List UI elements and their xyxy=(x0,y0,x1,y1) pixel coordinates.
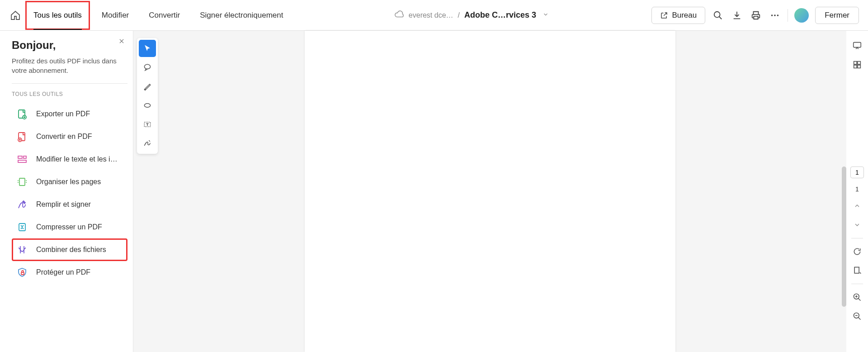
cloud-icon xyxy=(394,10,404,21)
rightbar-divider xyxy=(851,284,863,284)
tool-label: Protéger un PDF xyxy=(36,268,90,276)
highlight-tool[interactable] xyxy=(139,78,156,95)
page-up-button[interactable] xyxy=(851,200,863,212)
svg-rect-8 xyxy=(18,156,22,158)
combine-files-icon xyxy=(16,244,28,256)
fit-page-button[interactable] xyxy=(851,265,863,276)
tab-convert[interactable]: Convertir xyxy=(141,1,188,30)
tool-export-pdf[interactable]: Exporter un PDF xyxy=(12,103,127,125)
vertical-divider xyxy=(788,9,788,22)
svg-point-14 xyxy=(144,64,150,69)
compress-pdf-icon xyxy=(16,221,28,233)
floating-toolbar xyxy=(137,38,158,154)
desktop-open-label: Bureau xyxy=(672,11,697,20)
sign-tool[interactable] xyxy=(139,135,156,152)
thumbnails-panel-button[interactable] xyxy=(851,59,863,71)
tool-label: Organiser les pages xyxy=(36,178,101,186)
protect-pdf-icon xyxy=(16,266,28,278)
greeting-title: Bonjour, xyxy=(12,39,127,52)
grid-icon xyxy=(852,60,862,70)
svg-point-3 xyxy=(777,14,779,16)
tools-sidebar: Bonjour, Profitez des outils PDF inclus … xyxy=(0,31,133,352)
comments-panel-button[interactable] xyxy=(851,40,863,52)
chevron-up-icon xyxy=(854,202,861,209)
edit-text-icon xyxy=(16,153,28,165)
export-pdf-icon xyxy=(16,108,28,120)
topbar-left-group: Tous les outils Modifier Convertir Signe… xyxy=(9,1,292,30)
print-button[interactable] xyxy=(750,9,762,22)
profile-avatar[interactable] xyxy=(794,8,809,23)
home-button[interactable] xyxy=(9,9,22,22)
top-toolbar: Tous les outils Modifier Convertir Signe… xyxy=(0,0,868,31)
tool-edit-text-images[interactable]: Modifier le texte et les im… xyxy=(12,148,127,171)
close-button[interactable]: Fermer xyxy=(815,7,859,24)
rotate-icon xyxy=(853,247,862,256)
zoom-out-button[interactable] xyxy=(851,310,863,322)
greeting-subtitle: Profitez des outils PDF inclus dans votr… xyxy=(12,56,127,75)
select-tool[interactable] xyxy=(139,40,156,57)
comment-tool[interactable] xyxy=(139,59,156,76)
cursor-icon xyxy=(143,44,152,53)
close-icon xyxy=(118,38,125,44)
svg-rect-17 xyxy=(854,43,861,48)
tool-label: Convertir en PDF xyxy=(36,133,92,141)
svg-rect-9 xyxy=(18,160,26,162)
current-page-indicator[interactable]: 1 xyxy=(850,166,864,178)
tool-compress-pdf[interactable]: Compresser un PDF xyxy=(12,216,127,238)
draw-tool[interactable] xyxy=(139,97,156,114)
comment-icon xyxy=(143,63,152,72)
text-box-tool[interactable] xyxy=(139,116,156,133)
tool-convert-pdf[interactable]: Convertir en PDF xyxy=(12,125,127,148)
svg-point-1 xyxy=(771,14,773,16)
page-down-button[interactable] xyxy=(851,219,863,231)
textbox-icon xyxy=(143,120,152,129)
organize-pages-icon xyxy=(16,176,28,188)
tool-label: Compresser un PDF xyxy=(36,223,102,231)
svg-point-0 xyxy=(714,11,720,17)
main-area: Bonjour, Profitez des outils PDF inclus … xyxy=(0,31,868,352)
svg-rect-21 xyxy=(858,65,860,68)
svg-rect-22 xyxy=(854,267,859,273)
svg-rect-11 xyxy=(19,178,25,186)
title-dropdown-chevron[interactable] xyxy=(542,11,549,19)
home-icon xyxy=(10,10,21,21)
tool-fill-sign[interactable]: Remplir et signer xyxy=(12,193,127,216)
tools-section-label: TOUS LES OUTILS xyxy=(12,91,127,97)
right-panel: 1 1 xyxy=(846,31,868,352)
more-horizontal-icon xyxy=(770,10,780,20)
total-pages: 1 xyxy=(855,186,859,193)
sidebar-close-button[interactable] xyxy=(118,37,125,47)
document-area xyxy=(133,31,846,352)
search-icon xyxy=(713,10,723,20)
cloud-source-label[interactable]: everest dce… xyxy=(409,11,453,19)
topbar-center-group: everest dce… / Adobe C…rvices 3 xyxy=(292,10,652,21)
more-button[interactable] xyxy=(769,9,781,22)
document-title: Adobe C…rvices 3 xyxy=(464,10,536,20)
tool-combine-files[interactable]: Combiner des fichiers xyxy=(12,238,127,261)
download-button[interactable] xyxy=(731,9,743,22)
convert-pdf-icon xyxy=(16,131,28,143)
document-page[interactable] xyxy=(305,31,675,352)
external-link-icon xyxy=(660,11,668,19)
print-icon xyxy=(751,10,761,20)
tab-sign[interactable]: Signer électroniquement xyxy=(192,1,291,30)
sidebar-divider xyxy=(12,83,127,84)
rotate-button[interactable] xyxy=(851,246,863,257)
svg-rect-19 xyxy=(858,62,860,64)
tool-label: Exporter un PDF xyxy=(36,110,90,118)
fill-sign-icon xyxy=(16,199,28,210)
sign-icon xyxy=(143,139,152,148)
tool-organize-pages[interactable]: Organiser les pages xyxy=(12,171,127,193)
svg-rect-13 xyxy=(21,272,24,275)
tab-all-tools[interactable]: Tous les outils xyxy=(25,1,90,30)
chevron-down-icon xyxy=(542,11,549,18)
search-button[interactable] xyxy=(712,9,724,22)
svg-rect-10 xyxy=(24,156,26,158)
svg-rect-20 xyxy=(854,65,857,68)
tab-modify[interactable]: Modifier xyxy=(94,1,137,30)
desktop-open-button[interactable]: Bureau xyxy=(651,7,705,24)
document-scrollbar[interactable] xyxy=(842,166,846,307)
tool-protect-pdf[interactable]: Protéger un PDF xyxy=(12,261,127,284)
zoom-in-button[interactable] xyxy=(851,291,863,303)
zoom-out-icon xyxy=(853,312,862,321)
